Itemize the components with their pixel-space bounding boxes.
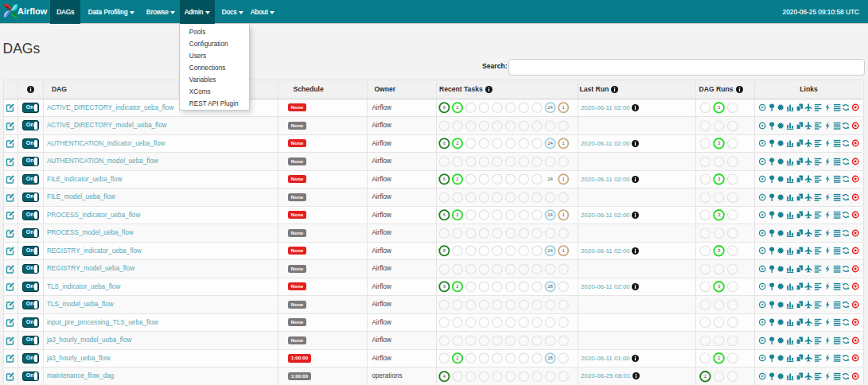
svg-text:3: 3: [717, 249, 720, 254]
svg-text:24: 24: [547, 106, 553, 111]
svg-text:9: 9: [443, 285, 446, 290]
svg-text:24: 24: [547, 249, 553, 254]
svg-text:2: 2: [456, 106, 459, 111]
svg-text:1: 1: [562, 249, 565, 254]
svg-text:24: 24: [547, 213, 553, 218]
svg-text:24: 24: [547, 177, 553, 182]
svg-text:2: 2: [703, 374, 706, 379]
svg-text:3: 3: [717, 285, 720, 290]
svg-text:6: 6: [443, 177, 446, 182]
svg-text:24: 24: [547, 142, 553, 146]
svg-text:4: 4: [443, 374, 446, 379]
svg-text:3: 3: [717, 106, 720, 111]
svg-text:2: 2: [456, 142, 459, 146]
svg-text:6: 6: [443, 213, 446, 218]
svg-text:28: 28: [547, 285, 553, 290]
svg-text:1: 1: [562, 177, 565, 182]
svg-text:2: 2: [456, 285, 459, 290]
svg-text:6: 6: [443, 142, 446, 146]
svg-text:2: 2: [456, 177, 459, 182]
svg-text:8: 8: [443, 249, 446, 254]
svg-text:2: 2: [717, 356, 720, 361]
svg-text:3: 3: [717, 177, 720, 182]
svg-text:3: 3: [717, 142, 720, 146]
svg-text:1: 1: [562, 106, 565, 111]
svg-text:2: 2: [456, 213, 459, 218]
svg-text:1: 1: [562, 213, 565, 218]
svg-text:2: 2: [456, 356, 459, 361]
svg-text:28: 28: [547, 356, 553, 361]
svg-text:1: 1: [562, 142, 565, 146]
svg-text:6: 6: [443, 106, 446, 111]
svg-text:3: 3: [717, 213, 720, 218]
